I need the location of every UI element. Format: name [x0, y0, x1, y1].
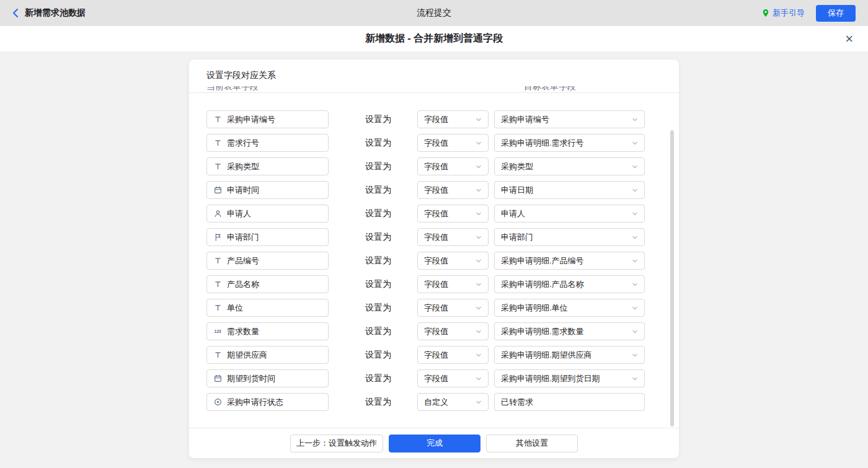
chevron-down-icon: [632, 140, 638, 146]
mode-select[interactable]: 自定义: [417, 393, 489, 411]
source-field[interactable]: 单位: [206, 299, 329, 317]
source-field-label: 产品编号: [227, 255, 259, 267]
mode-value: 字段值: [424, 279, 448, 290]
mode-value: 字段值: [424, 302, 448, 314]
target-field-select[interactable]: 采购申请明细.期望供应商: [494, 346, 645, 364]
text-field-icon: [213, 257, 222, 265]
target-field-select[interactable]: 申请日期: [494, 181, 645, 199]
source-field[interactable]: 采购申请行状态: [206, 393, 329, 411]
target-field-select[interactable]: 申请部门: [494, 228, 645, 246]
other-settings-button[interactable]: 其他设置: [486, 435, 578, 453]
target-field-value: 采购申请明细.单位: [501, 302, 568, 314]
done-button[interactable]: 完成: [389, 435, 480, 453]
mode-select[interactable]: 字段值: [417, 252, 489, 270]
mode-select[interactable]: 字段值: [417, 275, 489, 293]
page-title: 流程提交: [417, 7, 451, 19]
calendar-field-icon: [213, 374, 222, 383]
set-as-label: 设置为: [365, 208, 391, 219]
source-field-label: 期望供应商: [227, 350, 267, 361]
back-button[interactable]: [12, 8, 19, 18]
mode-select[interactable]: 字段值: [417, 157, 489, 175]
target-value: 已转需求: [501, 397, 533, 408]
target-field-select[interactable]: 采购申请明细.期望到货日期: [494, 369, 645, 387]
target-field-value: 采购申请编号: [501, 114, 549, 125]
text-field-icon: [213, 139, 222, 148]
beginner-guide-link[interactable]: 新手引导: [762, 7, 805, 19]
field-mapping-panel: 设置字段对应关系 当前表单字段 目标表单字段 采购申请编号 设置为 字段值 采购…: [189, 60, 679, 458]
target-field-select[interactable]: 采购申请明细.需求数量: [494, 322, 645, 340]
target-field-select[interactable]: 采购申请明细.需求行号: [494, 134, 645, 152]
chevron-down-icon: [476, 117, 482, 123]
source-field[interactable]: 123 需求数量: [206, 322, 329, 340]
calendar-field-icon: [213, 186, 222, 195]
source-field[interactable]: 期望供应商: [206, 346, 329, 364]
target-field-value: 采购申请明细.期望供应商: [501, 350, 592, 361]
set-as-label: 设置为: [365, 114, 391, 125]
text-field-icon: [213, 162, 222, 171]
mode-select[interactable]: 字段值: [417, 134, 489, 152]
source-column-header: 当前表单字段: [206, 86, 259, 92]
mode-value: 字段值: [424, 208, 448, 219]
flow-name-label: 新增需求池数据: [25, 7, 86, 19]
mode-select[interactable]: 字段值: [417, 110, 489, 128]
previous-step-button[interactable]: 上一步：设置触发动作: [290, 435, 383, 453]
chevron-down-icon: [476, 399, 482, 405]
target-field-select[interactable]: 采购申请明细.产品名称: [494, 275, 645, 293]
source-field[interactable]: 产品编号: [206, 252, 329, 270]
save-button[interactable]: 保存: [816, 5, 856, 22]
source-field-label: 期望到货时间: [227, 373, 275, 384]
back-arrow-icon: [12, 8, 19, 18]
source-field-label: 申请部门: [227, 232, 259, 243]
source-field[interactable]: 产品名称: [206, 275, 329, 293]
source-field[interactable]: 申请时间: [206, 181, 329, 199]
panel-title: 设置字段对应关系: [189, 60, 679, 86]
source-field-label: 申请人: [227, 208, 251, 219]
chevron-down-icon: [632, 164, 638, 170]
target-field-select[interactable]: 采购类型: [494, 157, 645, 175]
close-icon[interactable]: ×: [845, 32, 853, 46]
target-value-input[interactable]: 已转需求: [494, 393, 645, 411]
set-as-label: 设置为: [365, 138, 391, 149]
target-field-value: 采购申请明细.产品编号: [501, 255, 584, 267]
chevron-down-icon: [476, 305, 482, 311]
set-as-label: 设置为: [365, 232, 391, 243]
chevron-down-icon: [476, 329, 482, 335]
dialog-header: 新增数据 - 合并新增到普通字段 ×: [0, 26, 868, 52]
user-field-icon: [213, 210, 222, 218]
mode-value: 字段值: [424, 138, 448, 149]
field-mapping-row: 产品编号 设置为 字段值 采购申请明细.产品编号: [206, 252, 679, 270]
mode-value: 字段值: [424, 161, 448, 172]
mode-value: 字段值: [424, 326, 448, 337]
target-field-value: 申请人: [501, 208, 525, 219]
mode-select[interactable]: 字段值: [417, 299, 489, 317]
chevron-down-icon: [632, 234, 638, 241]
mode-select[interactable]: 字段值: [417, 228, 489, 246]
source-field[interactable]: 采购类型: [206, 157, 329, 175]
mode-select[interactable]: 字段值: [417, 181, 489, 199]
source-field[interactable]: 申请人: [206, 205, 329, 223]
source-field-label: 采购申请编号: [227, 114, 275, 125]
source-field-label: 需求行号: [227, 138, 259, 149]
set-as-label: 设置为: [365, 373, 391, 384]
panel-footer: 上一步：设置触发动作 完成 其他设置: [189, 428, 679, 458]
source-field[interactable]: 采购申请编号: [206, 110, 329, 128]
mode-select[interactable]: 字段值: [417, 205, 489, 223]
text-field-icon: [213, 115, 222, 124]
source-field[interactable]: 申请部门: [206, 228, 329, 246]
target-field-select[interactable]: 采购申请明细.产品编号: [494, 252, 645, 270]
chevron-down-icon: [632, 329, 638, 335]
source-field[interactable]: 需求行号: [206, 134, 329, 152]
target-field-select[interactable]: 申请人: [494, 205, 645, 223]
mode-select[interactable]: 字段值: [417, 369, 489, 387]
set-as-label: 设置为: [365, 279, 391, 290]
target-field-select[interactable]: 采购申请编号: [494, 110, 645, 128]
source-field-label: 申请时间: [227, 185, 259, 196]
source-field-label: 产品名称: [227, 279, 259, 290]
mode-value: 自定义: [424, 397, 448, 408]
target-field-select[interactable]: 采购申请明细.单位: [494, 299, 645, 317]
text-field-icon: [213, 280, 222, 289]
mode-select[interactable]: 字段值: [417, 346, 489, 364]
vertical-scrollbar[interactable]: [670, 130, 674, 426]
source-field[interactable]: 期望到货时间: [206, 369, 329, 387]
mode-select[interactable]: 字段值: [417, 322, 489, 340]
